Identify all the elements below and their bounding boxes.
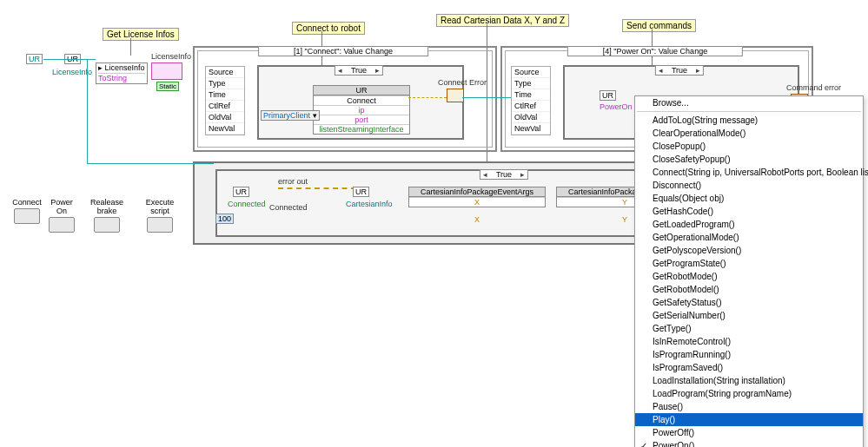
menu-item[interactable]: GetSerialNumber() bbox=[635, 309, 863, 322]
event-terminals-poweron: SourceTypeTime CtlRefOldValNewVal bbox=[511, 66, 551, 135]
label-licenseinfo-2: LicenseInfo bbox=[151, 52, 191, 61]
menu-item[interactable]: ClearOperationalMode() bbox=[635, 127, 863, 140]
menu-item[interactable]: GetHashCode() bbox=[635, 205, 863, 218]
callout-connect: Connect to robot bbox=[292, 22, 365, 35]
menu-item[interactable]: PowerOff() bbox=[635, 426, 863, 439]
callout-read: Read Cartesian Data X, Y and Z bbox=[436, 14, 569, 27]
label-poweron: PowerOn bbox=[600, 102, 633, 111]
ctrl-connect[interactable]: Connect bbox=[12, 198, 42, 224]
wait-100[interactable]: 100 bbox=[215, 214, 234, 224]
ctrl-execute[interactable]: Execute script bbox=[136, 198, 184, 233]
menu-item[interactable]: GetOperationalMode() bbox=[635, 231, 863, 244]
menu-item[interactable]: GetRobotModel() bbox=[635, 283, 863, 296]
node-licenseinfo[interactable]: ▸ LicenseInfo ToString bbox=[96, 62, 148, 84]
label-y: Y bbox=[622, 215, 627, 224]
menu-item[interactable]: IsProgramRunning() bbox=[635, 348, 863, 361]
wire bbox=[408, 97, 447, 98]
menu-item[interactable]: GetRobotMode() bbox=[635, 270, 863, 283]
wire bbox=[43, 59, 96, 60]
menu-item[interactable]: GetPolyscopeVersion() bbox=[635, 244, 863, 257]
menu-item[interactable]: Connect(String ip, UniversalRobotPorts p… bbox=[635, 166, 863, 179]
invoke-connect[interactable]: UR Connect ip port listenStreamingInterf… bbox=[313, 85, 410, 135]
connect-error-indicator bbox=[447, 89, 464, 102]
menu-item[interactable]: Pause() bbox=[635, 400, 863, 413]
callout-send: Send commands bbox=[622, 19, 696, 32]
wire bbox=[87, 163, 214, 164]
menu-separator bbox=[637, 111, 861, 112]
menu-item[interactable]: Play() bbox=[635, 413, 863, 426]
menu-item[interactable]: LoadProgram(String programName) bbox=[635, 387, 863, 400]
error-wire bbox=[278, 187, 356, 189]
menu-item[interactable]: GetSafetyStatus() bbox=[635, 296, 863, 309]
static-tag: Static bbox=[156, 82, 179, 91]
menu-browse[interactable]: Browse... bbox=[635, 96, 863, 109]
label-cartinfo: CartesianInfo bbox=[346, 200, 393, 208]
ur-ref-1: UR bbox=[26, 54, 43, 64]
case-loop-selector[interactable]: True bbox=[480, 169, 528, 180]
menu-item[interactable]: GetType() bbox=[635, 322, 863, 335]
wire bbox=[462, 97, 511, 98]
label-connected2: Connected bbox=[269, 203, 308, 212]
invoke-cart-x[interactable]: CartesianInfoPackageEventArgs X bbox=[408, 187, 546, 207]
label-connected: Connected bbox=[228, 200, 266, 208]
menu-item[interactable]: IsInRemoteControl() bbox=[635, 335, 863, 348]
menu-item[interactable]: LoadInstallation(String installation) bbox=[635, 374, 863, 387]
label-x: X bbox=[474, 215, 480, 224]
label-error-out: error out bbox=[278, 177, 308, 186]
string-indicator bbox=[151, 62, 182, 80]
case-connect-selector[interactable]: True bbox=[335, 65, 383, 76]
method-context-menu[interactable]: Browse... AddToLog(String message)ClearO… bbox=[634, 95, 864, 447]
event-terminals-connect: SourceTypeTime CtlRefOldValNewVal bbox=[205, 66, 245, 135]
ur-ref-loop1: UR bbox=[233, 187, 249, 197]
label-connect-error: Connect Error bbox=[438, 78, 487, 87]
ctrl-releasebrake[interactable]: Realease brake bbox=[82, 198, 132, 233]
ur-ref-poweron: UR bbox=[600, 90, 616, 101]
ur-ref-loop2: UR bbox=[353, 187, 369, 197]
label-command-error: Command error bbox=[786, 83, 841, 92]
primaryclient-const[interactable]: PrimaryClient ▾ bbox=[261, 110, 320, 121]
event-header-connect[interactable]: [1] "Connect": Value Change bbox=[258, 46, 428, 56]
menu-item[interactable]: IsProgramSaved() bbox=[635, 361, 863, 374]
menu-item[interactable]: Equals(Object obj) bbox=[635, 192, 863, 205]
menu-item[interactable]: ClosePopup() bbox=[635, 140, 863, 153]
menu-item[interactable]: PowerOn() bbox=[635, 439, 863, 447]
wire bbox=[87, 59, 88, 163]
case-poweron-selector[interactable]: True bbox=[655, 65, 704, 76]
menu-item[interactable]: GetLoadedProgram() bbox=[635, 218, 863, 231]
ctrl-poweron[interactable]: Power On bbox=[47, 198, 76, 233]
menu-item[interactable]: GetProgramState() bbox=[635, 257, 863, 270]
menu-item[interactable]: CloseSafetyPopup() bbox=[635, 153, 863, 166]
menu-item[interactable]: AddToLog(String message) bbox=[635, 114, 863, 127]
menu-item[interactable]: Disconnect() bbox=[635, 179, 863, 192]
event-header-poweron[interactable]: [4] "Power On": Value Change bbox=[567, 46, 743, 56]
leader bbox=[130, 38, 131, 56]
callout-license: Get License Infos bbox=[103, 28, 179, 41]
